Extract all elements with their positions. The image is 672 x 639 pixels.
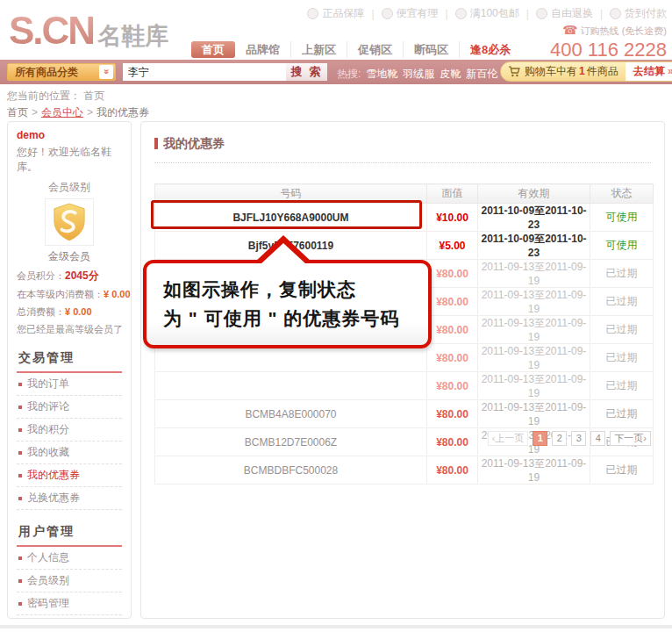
- sidebar-item-1-2[interactable]: 密码管理: [17, 592, 122, 615]
- coupon-row-1[interactable]: Bjf5yF3E7600119¥5.002011-10-09至2011-10-2…: [155, 232, 654, 260]
- sidebar: demo 您好！欢迎光临名鞋库。 会员级别 金级会员 会员积分：2045分 在本…: [7, 121, 132, 619]
- coupon-value: ¥80.00: [427, 288, 478, 316]
- sidebar-item-1-0[interactable]: 个人信息: [17, 547, 122, 570]
- coupon-status: 已过期: [590, 344, 654, 372]
- logo-scn-text: S.CN: [9, 9, 94, 52]
- sidebar-section-title-0: 交易管理: [17, 347, 122, 373]
- member-greeting: 您好！欢迎光临名鞋库。: [17, 145, 122, 175]
- site-logo[interactable]: S.CN名鞋库: [9, 9, 168, 53]
- cart-text-prefix: 购物车中有: [525, 65, 577, 77]
- top-link-1[interactable]: 便宜有理|: [382, 6, 448, 21]
- chevron-down-icon[interactable]: »: [99, 65, 113, 79]
- coupon-number[interactable]: [155, 372, 427, 400]
- shield-icon: [307, 8, 318, 19]
- main-tab-0[interactable]: 首页: [191, 41, 235, 58]
- hot-keyword-1[interactable]: 羽绒服: [403, 68, 434, 80]
- sidebar-item-0-3[interactable]: 我的收藏: [17, 442, 122, 464]
- callout-arrow-inner: [261, 243, 306, 264]
- sidebar-item-0-0[interactable]: 我的订单: [17, 373, 122, 396]
- coupon-row-7[interactable]: BCMB4A8E000070¥80.002011-09-13至2011-09-1…: [155, 400, 654, 428]
- gold-member-badge-icon: [53, 203, 86, 241]
- checkout-arrow-icon: »: [668, 65, 672, 77]
- coupon-status: 已过期: [590, 288, 654, 316]
- page-prev[interactable]: ‹上一页: [488, 431, 529, 446]
- divider: |: [371, 8, 374, 20]
- member-points-value: 2045分: [65, 269, 99, 282]
- search-input[interactable]: [123, 63, 286, 81]
- side-item-label: 个人信息: [27, 550, 69, 565]
- sidebar-section-title-1: 用户管理: [17, 521, 122, 547]
- cart-text: 购物车中有1件商品: [525, 64, 618, 79]
- title-bar-icon: [154, 138, 158, 149]
- coupon-status: 已过期: [590, 260, 654, 288]
- top-link-label: 货到付款: [625, 6, 667, 21]
- coupon-row-6[interactable]: ¥80.002011-09-13至2011-09-19已过期: [155, 372, 654, 400]
- hot-keyword-0[interactable]: 雪地靴: [366, 68, 397, 80]
- coupon-status: 已过期: [590, 316, 654, 344]
- main-tab-5[interactable]: 逢8必杀: [459, 41, 521, 58]
- main-content: 我的优惠券 号码面值有效期状态 BJFLJ10Y668A9000UM¥10.00…: [140, 121, 665, 619]
- page-num-2[interactable]: 2: [552, 431, 567, 446]
- bullet-icon: [18, 556, 22, 560]
- coupon-row-9[interactable]: BCMBDBFC500028¥80.002011-09-13至2011-09-1…: [155, 456, 654, 485]
- coupon-number[interactable]: BCMBDBFC500028: [155, 456, 427, 485]
- cart-pill[interactable]: 购物车中有1件商品 去结算 »: [500, 61, 672, 82]
- top-link-0[interactable]: 正品保障|: [307, 6, 374, 21]
- member-panel: demo 您好！欢迎光临名鞋库。 会员级别 金级会员 会员积分：2045分 在本…: [8, 122, 131, 336]
- bullet-icon: [18, 428, 22, 432]
- search-button[interactable]: 搜 索: [286, 63, 327, 81]
- breadcrumb-item-1[interactable]: 会员中心: [41, 106, 83, 118]
- side-item-label: 我的评论: [27, 399, 69, 414]
- top-links: 正品保障|便宜有理|满100包邮|自由退换|货到付款: [300, 6, 667, 21]
- coupon-period: 2011-10-09至2011-10-23: [478, 232, 590, 260]
- hot-keyword-2[interactable]: 皮靴: [440, 68, 461, 80]
- top-link-label: 便宜有理: [397, 6, 439, 21]
- location-label: 您当前的位置：: [7, 90, 81, 102]
- category-dropdown[interactable]: 所有商品分类 »: [7, 63, 116, 81]
- sidebar-item-0-5[interactable]: 兑换优惠券: [17, 487, 122, 510]
- top-link-4[interactable]: 货到付款: [610, 6, 667, 21]
- coupon-period: 2011-10-09至2011-10-23: [478, 204, 590, 232]
- breadcrumb-item-2: 我的优惠券: [97, 106, 149, 118]
- hotline-label-row: ☎订购热线 (免长途费): [550, 23, 667, 38]
- coupon-number[interactable]: BCMB4A8E000070: [155, 400, 427, 428]
- top-link-3[interactable]: 自由退换|: [536, 6, 603, 21]
- hot-keywords-area: 热搜:雪地靴羽绒服皮靴新百伦皮鞋: [337, 67, 524, 82]
- coupon-value: ¥80.00: [427, 400, 478, 428]
- coupon-status: 可使用: [590, 204, 654, 232]
- page-num-1[interactable]: 1: [533, 431, 547, 446]
- hotline-label: 订购热线 (免长途费): [581, 25, 667, 36]
- column-header-2: 有效期: [478, 184, 590, 204]
- coupon-period: 2011-09-13至2011-09-19: [478, 400, 590, 428]
- member-level-label: 会员级别: [17, 180, 122, 195]
- side-item-label: 会员级别: [27, 573, 69, 588]
- cart-icon: [508, 66, 520, 77]
- page-next[interactable]: 下一页›: [610, 431, 651, 446]
- top-link-2[interactable]: 满100包邮|: [455, 6, 529, 21]
- checkout-button[interactable]: 去结算 »: [626, 62, 672, 81]
- sidebar-item-0-2[interactable]: 我的积分: [17, 419, 122, 442]
- page-num-4[interactable]: 4: [590, 431, 605, 446]
- bullet-icon: [18, 602, 22, 606]
- main-tab-3[interactable]: 促销区: [347, 41, 403, 58]
- sidebar-item-0-4[interactable]: 我的优惠券: [17, 464, 122, 487]
- main-tab-1[interactable]: 品牌馆: [235, 41, 290, 58]
- coupon-status: 已过期: [590, 400, 654, 428]
- page-num-3[interactable]: 3: [571, 431, 586, 446]
- coupon-number[interactable]: BCMB12D7E0006Z: [155, 428, 427, 456]
- sidebar-item-1-1[interactable]: 会员级别: [17, 570, 122, 592]
- divider: |: [446, 8, 448, 20]
- sidebar-item-0-1[interactable]: 我的评论: [17, 396, 122, 419]
- hotline: ☎订购热线 (免长途费) 400 116 2228: [550, 23, 667, 61]
- logo-cn-text: 名鞋库: [97, 23, 168, 49]
- coupon-period: 2011-09-13至2011-09-19: [478, 344, 590, 372]
- coupon-icon: [382, 8, 393, 19]
- main-tab-4[interactable]: 断码区: [403, 41, 459, 58]
- coupon-period: 2011-09-13至2011-09-19: [478, 372, 590, 400]
- hot-keyword-3[interactable]: 新百伦: [466, 68, 497, 80]
- main-tab-2[interactable]: 上新区: [290, 41, 347, 58]
- member-badge-box: [45, 198, 94, 246]
- sidebar-item-1-3[interactable]: 收货地址: [17, 615, 122, 619]
- top-link-label: 自由退换: [551, 6, 593, 21]
- coupon-value: ¥80.00: [427, 428, 478, 456]
